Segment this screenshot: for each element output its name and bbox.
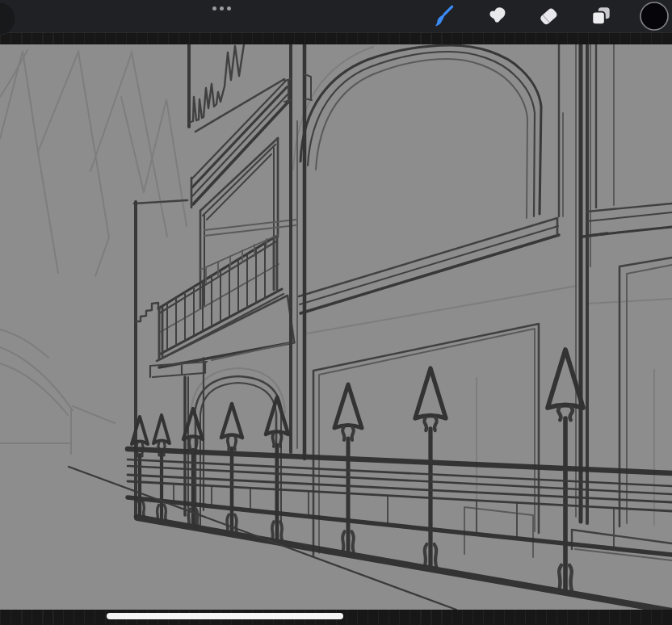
smudge-tool-button[interactable] — [480, 0, 512, 32]
color-swatch-button[interactable] — [638, 0, 670, 32]
cropped-side-button — [0, 2, 16, 36]
drawing-canvas[interactable] — [0, 44, 672, 610]
eraser-tool-button[interactable] — [532, 0, 565, 32]
canvas-outside-top — [0, 32, 672, 44]
multitask-indicator-icon[interactable] — [212, 6, 231, 10]
architecture-sketch — [0, 44, 672, 610]
paint-brush-icon — [431, 4, 456, 28]
top-toolbar — [0, 0, 672, 32]
layers-tool-button[interactable] — [585, 0, 617, 32]
procreate-app-window — [0, 0, 672, 625]
eraser-icon — [536, 4, 561, 28]
current-color-circle — [638, 0, 670, 32]
smudge-finger-icon — [484, 4, 508, 28]
layers-icon — [589, 4, 613, 28]
brush-tool-button[interactable] — [427, 0, 460, 32]
home-indicator-bar[interactable] — [107, 613, 343, 619]
